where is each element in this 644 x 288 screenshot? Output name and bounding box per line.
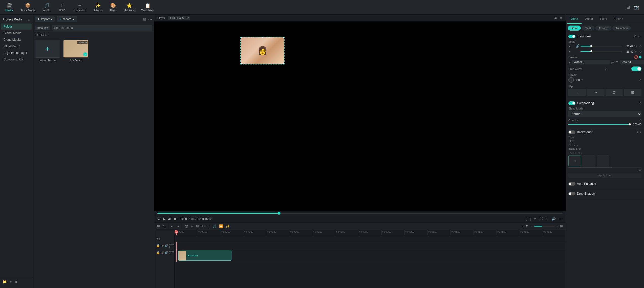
sidebar-item-compound-clip[interactable]: Compound Clip (1, 56, 32, 62)
tl-v1-lock-icon[interactable]: 🔒 (156, 251, 160, 254)
tl-resize-icon[interactable]: ⊟ (158, 237, 160, 240)
nav-effects[interactable]: ✨ Effects (91, 2, 105, 13)
test-video-thumb[interactable]: 00:09:16 ✓ (63, 40, 89, 58)
background-toggle[interactable] (568, 130, 575, 134)
nav-media[interactable]: 🎬 Media (2, 2, 16, 13)
tl-text-tool[interactable]: T (207, 224, 211, 229)
sidebar-item-folder[interactable]: Folder (1, 24, 32, 30)
quality-select[interactable]: Full Quality 1/2 Quality 1/4 Quality (168, 16, 190, 20)
split-button[interactable]: ✂ (533, 216, 537, 221)
tl-audio-tool[interactable]: 🎵 (212, 224, 217, 229)
tab-video[interactable]: Video (567, 15, 582, 24)
tl-track-eye-icon[interactable]: 👁 (161, 244, 164, 247)
blur-box-3[interactable] (597, 156, 609, 166)
sidebar-item-influence-kit[interactable]: Influence Kit (1, 43, 32, 49)
blend-mode-select[interactable]: Normal Multiply Screen Overlay (568, 111, 641, 117)
tl-undo-button[interactable]: ↩ (170, 224, 175, 229)
play-button[interactable]: ▶ (163, 217, 166, 221)
blur-level-slider[interactable] (568, 167, 641, 168)
tl-v1-mute-icon[interactable]: 🔊 (165, 251, 168, 254)
zoom-icon[interactable]: ⊕ (554, 16, 557, 20)
drop-shadow-toggle[interactable] (568, 192, 575, 195)
tab-color[interactable]: Color (596, 15, 611, 24)
subtab-ai-tools[interactable]: AI Tools (595, 26, 611, 31)
rotate-wheel[interactable]: ○ (568, 77, 574, 83)
test-video-item[interactable]: 00:09:16 ✓ Test Video (63, 40, 89, 286)
search-input[interactable] (52, 25, 152, 31)
zoom-slider[interactable] (534, 226, 554, 227)
scale-link-icon[interactable]: 🔗 (575, 44, 579, 48)
tl-effects-tool[interactable]: ✨ (225, 224, 230, 229)
tl-zoom-in-icon[interactable]: T+ (201, 224, 206, 229)
default-dropdown[interactable]: Default ▾ (35, 26, 50, 30)
tl-split-button[interactable]: ✂ (190, 224, 194, 229)
opacity-handle[interactable] (629, 123, 631, 125)
playhead-head[interactable]: ▲ (175, 230, 178, 234)
camera-icon[interactable]: 📷 (633, 4, 640, 11)
flip-diagonal2-button[interactable]: ⊞ (624, 89, 641, 96)
subtab-animation[interactable]: Animation (612, 26, 631, 31)
tl-crop-button[interactable]: ⊡ (195, 224, 200, 229)
position-reset-button[interactable] (634, 55, 638, 59)
nav-templates[interactable]: 📋 Templates (138, 2, 157, 13)
scale-x-slider[interactable] (581, 46, 622, 47)
import-media-thumb[interactable]: + (35, 40, 60, 58)
apply-to-ai-button[interactable]: Apply to AI (568, 173, 641, 178)
more-icon[interactable]: ••• (148, 17, 152, 21)
zoom-in-icon[interactable]: ＋ (555, 224, 558, 228)
scale-y-handle[interactable] (590, 50, 592, 52)
scale-y-slider[interactable] (581, 51, 622, 52)
nav-stickers[interactable]: ⭐ Stickers (121, 2, 137, 13)
video-clip[interactable]: Test Video (178, 251, 231, 261)
tl-add-button[interactable]: + (520, 224, 524, 229)
nav-stock-media[interactable]: 📦 Stock Media (17, 2, 39, 13)
mark-out-button[interactable]: ] (529, 216, 531, 221)
opacity-reset-icon[interactable]: ◇ (639, 119, 641, 122)
transform-reset-icon[interactable]: ↺ (634, 34, 637, 38)
mark-in-button[interactable]: [ (525, 216, 527, 221)
transform-toggle[interactable] (568, 35, 575, 38)
compositing-toggle[interactable] (568, 101, 575, 105)
flip-vertical-button[interactable]: ↔ (587, 89, 604, 96)
add-item-icon[interactable]: ＋ (9, 279, 12, 284)
video-clip-preview[interactable]: 👩 (240, 37, 285, 64)
import-button[interactable]: ⬇ Import ▾ (35, 16, 55, 22)
tl-select-tool[interactable]: ↖ (162, 224, 166, 229)
skip-forward-button[interactable]: ⏭ (168, 217, 171, 221)
compositing-reset-icon[interactable]: ◇ (639, 101, 641, 105)
subtab-basic[interactable]: Basic (568, 26, 581, 31)
subtab-mask[interactable]: Mask (582, 26, 594, 31)
position-x-input[interactable] (572, 60, 610, 64)
corner-handle-tl[interactable] (240, 37, 242, 38)
scale-y-reset[interactable]: ◇ (639, 50, 641, 53)
position-keyframe-dot[interactable] (639, 56, 641, 58)
crop-button[interactable]: ⊡ (545, 216, 549, 221)
more-options-icon[interactable]: ⋯ (558, 216, 563, 221)
corner-handle-tr[interactable] (283, 37, 285, 38)
monitor-icon[interactable]: ⊞ (626, 4, 631, 11)
corner-handle-bl[interactable] (240, 63, 242, 64)
zoom-out-icon[interactable]: － (530, 224, 533, 228)
fullscreen-button[interactable]: ⛶ (539, 216, 543, 221)
sidebar-item-global-media[interactable]: Global Media (1, 30, 32, 36)
tab-audio[interactable]: Audio (582, 15, 596, 24)
nav-transitions[interactable]: ↔ Transitions (70, 2, 90, 13)
path-curve-toggle[interactable] (631, 67, 641, 71)
new-folder-icon[interactable]: 📁 (3, 280, 7, 284)
tl-grid-view-icon[interactable]: ⊞ (559, 224, 564, 229)
collapse-left-icon[interactable]: ◀ (14, 280, 17, 284)
tl-track-mute-icon[interactable]: 🔊 (165, 244, 168, 247)
auto-enhance-toggle[interactable] (568, 182, 575, 186)
tl-settings-button[interactable]: ⚙ (525, 224, 529, 229)
scale-x-handle[interactable] (590, 45, 592, 47)
filter-icon[interactable]: ⊟ (143, 17, 146, 21)
tl-delete-button[interactable]: 🗑 (184, 224, 189, 229)
settings-icon[interactable]: ⚙ (560, 16, 563, 20)
sidebar-item-adjustment-layer[interactable]: Adjustment Layer (1, 50, 32, 56)
flip-diagonal1-button[interactable]: ⊡ (606, 89, 623, 96)
stop-button[interactable]: ⏹ (173, 217, 177, 221)
progress-handle[interactable] (277, 212, 281, 215)
sidebar-item-cloud-media[interactable]: Cloud Media (1, 37, 32, 43)
corner-handle-br[interactable] (283, 63, 285, 64)
skip-back-button[interactable]: ⏮ (157, 217, 161, 221)
